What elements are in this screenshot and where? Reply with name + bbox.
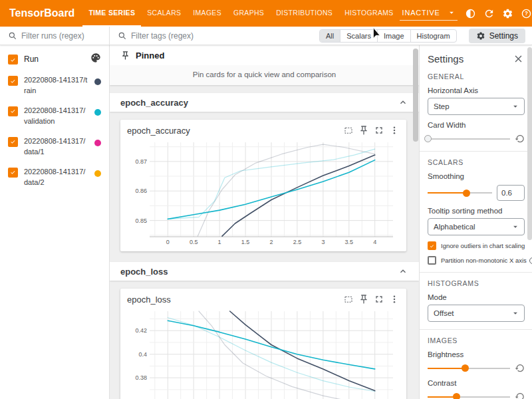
help-icon[interactable]: ? <box>521 8 532 19</box>
histogram-mode-select[interactable]: Offset <box>428 305 525 322</box>
run-checkbox[interactable] <box>8 137 18 147</box>
section-header-epoch-accuracy[interactable]: epoch_accuracy <box>110 93 419 112</box>
tab-time-series[interactable]: TIME SERIES <box>82 0 141 27</box>
run-label: 20220808-141317/data/1 <box>24 136 88 158</box>
tab-images[interactable]: IMAGES <box>187 0 227 27</box>
card-header: epoch_loss <box>127 294 400 305</box>
run-color-dot <box>94 109 101 116</box>
filter-histogram-button[interactable]: Histogram <box>410 30 456 42</box>
run-color-palette-icon[interactable] <box>90 53 101 66</box>
run-row-data-2[interactable]: 20220808-141317/data/2 <box>0 162 109 193</box>
filter-runs-input[interactable] <box>21 31 94 41</box>
card-header: epoch_accuracy <box>127 125 400 136</box>
tab-graphs[interactable]: GRAPHS <box>227 0 270 27</box>
contrast-label: Contrast <box>428 379 525 387</box>
divider <box>420 151 532 152</box>
settings-heading-general: GENERAL <box>428 72 525 80</box>
reset-icon[interactable] <box>515 363 525 373</box>
ignore-outliers-checkbox[interactable] <box>428 241 436 250</box>
tab-distributions[interactable]: DISTRIBUTIONS <box>270 0 338 27</box>
smoothing-slider[interactable] <box>428 188 492 198</box>
filter-tags-input[interactable] <box>131 31 237 41</box>
smoothing-label: Smoothing <box>428 172 525 180</box>
horizontal-axis-value: Step <box>434 102 511 110</box>
scalar-card-epoch-loss: epoch_loss 00.511.522.533.540.360.380.40… <box>120 289 406 399</box>
settings-button[interactable]: Settings <box>469 29 525 43</box>
cards-content-area: Pinned Pin cards for a quick view and co… <box>110 45 419 399</box>
svg-text:0.5: 0.5 <box>190 239 198 245</box>
svg-text:0.38: 0.38 <box>135 374 147 381</box>
settings-scrollbar-thumb[interactable] <box>527 47 532 240</box>
chevron-up-icon[interactable] <box>398 266 408 277</box>
pin-icon[interactable] <box>358 125 369 136</box>
theme-toggle-icon[interactable] <box>465 8 476 19</box>
svg-text:0.86: 0.86 <box>135 188 147 194</box>
refresh-icon[interactable] <box>483 8 495 19</box>
contrast-slider[interactable] <box>428 392 510 399</box>
run-checkbox[interactable] <box>8 106 18 116</box>
horizontal-axis-label: Horizontal Axis <box>428 86 525 94</box>
svg-text:3: 3 <box>321 239 325 245</box>
select-all-runs-checkbox[interactable] <box>8 55 18 65</box>
card-actions <box>343 294 400 305</box>
smoothing-input[interactable] <box>497 185 525 201</box>
gear-icon[interactable] <box>502 8 513 19</box>
run-label: 20220808-141317/train <box>24 75 88 96</box>
reset-icon[interactable] <box>515 134 525 144</box>
partition-x-row[interactable]: Partition non-monotonic X axis <box>428 256 525 265</box>
svg-text:2: 2 <box>269 239 273 245</box>
svg-text:2.5: 2.5 <box>293 239 302 245</box>
search-icon <box>8 31 17 41</box>
settings-heading-scalars: SCALARS <box>428 158 525 166</box>
filter-bar: All Scalars Image Histogram Settings <box>0 27 532 45</box>
run-row-train[interactable]: 20220808-141317/train <box>0 70 109 101</box>
reload-status-select[interactable]: INACTIVE <box>400 6 458 21</box>
fullscreen-icon[interactable] <box>374 125 384 136</box>
more-options-icon[interactable] <box>389 125 400 136</box>
pin-icon[interactable] <box>358 294 369 305</box>
brightness-slider[interactable] <box>428 364 510 373</box>
filter-all-button[interactable]: All <box>320 30 340 42</box>
filter-image-button[interactable]: Image <box>377 30 410 42</box>
horizontal-axis-select[interactable]: Step <box>428 98 525 115</box>
filter-scalars-button[interactable]: Scalars <box>340 30 377 42</box>
check-icon <box>429 243 435 249</box>
card-width-label: Card Width <box>428 121 525 129</box>
chevron-up-icon[interactable] <box>398 97 408 108</box>
more-options-icon[interactable] <box>389 294 400 305</box>
section-header-epoch-loss[interactable]: epoch_loss <box>110 262 419 281</box>
card-width-slider[interactable] <box>428 134 510 144</box>
svg-text:0.85: 0.85 <box>135 217 147 224</box>
close-icon[interactable] <box>513 53 524 65</box>
run-checkbox[interactable] <box>8 168 18 178</box>
run-row-data-1[interactable]: 20220808-141317/data/1 <box>0 132 109 162</box>
svg-text:1: 1 <box>218 239 221 245</box>
run-checkbox[interactable] <box>8 76 18 86</box>
settings-button-label: Settings <box>489 31 518 41</box>
runs-header-row: Run <box>0 48 109 70</box>
caret-down-icon <box>511 102 520 111</box>
zoom-selection-icon[interactable] <box>343 125 354 136</box>
check-icon <box>9 107 17 115</box>
tab-histograms[interactable]: HISTOGRAMS <box>338 0 399 27</box>
run-row-validation[interactable]: 20220808-141317/validation <box>0 101 109 132</box>
divider <box>420 272 532 273</box>
filter-tags-cell: All Scalars Image Histogram Settings <box>110 27 532 45</box>
app-header: TensorBoard TIME SERIES SCALARS IMAGES G… <box>0 0 532 27</box>
tooltip-sorting-select[interactable]: Alphabetical <box>428 218 525 235</box>
zoom-selection-icon[interactable] <box>343 294 354 305</box>
line-chart-epoch-loss[interactable]: 00.511.522.533.540.360.380.40.42 <box>127 307 400 399</box>
run-color-dot <box>94 170 101 177</box>
pin-icon <box>120 51 130 61</box>
fullscreen-icon[interactable] <box>374 294 384 305</box>
brightness-label: Brightness <box>428 350 525 358</box>
runs-column-header: Run <box>24 55 39 64</box>
line-chart-epoch-accuracy[interactable]: 00.511.522.533.540.850.860.87 <box>127 138 400 247</box>
partition-x-checkbox[interactable] <box>428 256 436 265</box>
ignore-outliers-row[interactable]: Ignore outliers in chart scaling <box>428 241 525 250</box>
reset-icon[interactable] <box>515 392 525 399</box>
content-scrollbar-thumb[interactable] <box>413 49 418 142</box>
info-icon <box>529 257 532 265</box>
tab-scalars[interactable]: SCALARS <box>141 0 187 27</box>
smoothing-row <box>428 185 525 201</box>
